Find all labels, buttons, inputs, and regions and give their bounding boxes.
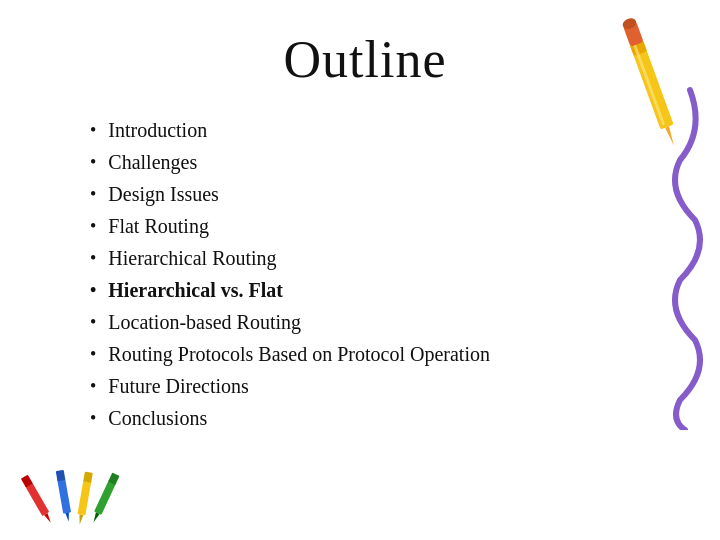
svg-rect-11 <box>56 470 66 481</box>
list-item: •Hierarchical Routing <box>90 245 670 271</box>
bullet-icon: • <box>90 407 96 430</box>
svg-marker-12 <box>78 514 84 525</box>
list-item: •Conclusions <box>90 405 670 431</box>
list-item: •Future Directions <box>90 373 670 399</box>
bullet-icon: • <box>90 279 96 302</box>
list-item-text: Conclusions <box>108 405 207 431</box>
svg-rect-7 <box>25 482 49 516</box>
list-item: •Challenges <box>90 149 670 175</box>
list-item: •Location-based Routing <box>90 309 670 335</box>
bullet-icon: • <box>90 343 96 366</box>
bullet-icon: • <box>90 183 96 206</box>
list-item-text: Hierarchical Routing <box>108 245 276 271</box>
list-item-text: Future Directions <box>108 373 249 399</box>
svg-rect-10 <box>57 478 71 514</box>
squiggle-right-icon <box>660 80 710 430</box>
slide: Outline •Introduction•Challenges•Design … <box>0 0 720 540</box>
svg-rect-13 <box>77 479 91 515</box>
list-item-text: Design Issues <box>108 181 219 207</box>
slide-title: Outline <box>60 30 670 89</box>
bullet-list: •Introduction•Challenges•Design Issues•F… <box>60 117 670 431</box>
list-item-text: Routing Protocols Based on Protocol Oper… <box>108 341 490 367</box>
bullet-icon: • <box>90 215 96 238</box>
svg-rect-16 <box>94 480 116 515</box>
list-item-text: Hierarchical vs. Flat <box>108 277 283 303</box>
svg-marker-15 <box>92 512 100 523</box>
bullet-icon: • <box>90 119 96 142</box>
list-item-text: Introduction <box>108 117 207 143</box>
bullet-icon: • <box>90 311 96 334</box>
bullet-icon: • <box>90 247 96 270</box>
svg-marker-6 <box>44 513 52 524</box>
list-item-text: Challenges <box>108 149 197 175</box>
crayons-bottom-left-icon <box>10 450 130 530</box>
bullet-icon: • <box>90 151 96 174</box>
list-item: •Routing Protocols Based on Protocol Ope… <box>90 341 670 367</box>
svg-rect-14 <box>83 472 93 483</box>
list-item-text: Flat Routing <box>108 213 209 239</box>
list-item: •Flat Routing <box>90 213 670 239</box>
list-item-text: Location-based Routing <box>108 309 301 335</box>
list-item: •Hierarchical vs. Flat <box>90 277 670 303</box>
svg-marker-9 <box>65 512 71 523</box>
list-item: •Design Issues <box>90 181 670 207</box>
bullet-icon: • <box>90 375 96 398</box>
list-item: •Introduction <box>90 117 670 143</box>
